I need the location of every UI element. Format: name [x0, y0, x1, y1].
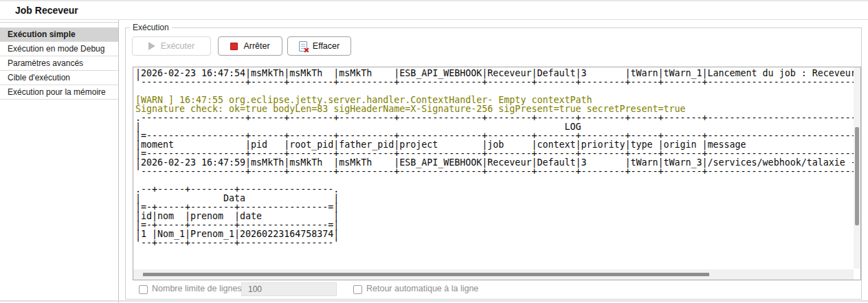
line-limit-input[interactable]	[241, 282, 337, 296]
execute-button[interactable]: Exécuter	[132, 36, 211, 56]
line-limit-checkbox[interactable]	[139, 285, 148, 294]
console-line: '-------------------+------+--------+---…	[135, 167, 860, 176]
stop-button[interactable]: Arrêter	[218, 36, 282, 56]
bottom-border-band	[0, 300, 868, 302]
horizontal-scrollbar[interactable]	[133, 269, 854, 280]
sidebar-item[interactable]: Cible d'exécution	[0, 71, 118, 85]
line-limit-label: Nombre limite de lignes	[152, 284, 242, 293]
horizontal-scrollbar-thumb[interactable]	[143, 273, 709, 276]
wrap-label: Retour automatique à la ligne	[366, 284, 478, 293]
stop-button-label: Arrêter	[243, 41, 269, 51]
sidebar-item[interactable]: Exécution simple	[0, 27, 118, 42]
sidebar-item[interactable]: Paramètres avancés	[0, 56, 118, 71]
stop-icon	[230, 43, 238, 50]
red-x-icon	[304, 47, 309, 53]
wrap-checkbox[interactable]	[353, 285, 362, 294]
clear-button-label: Effacer	[313, 41, 340, 51]
sidebar-item[interactable]: Exécution pour la mémoire	[0, 85, 118, 100]
sidebar: Exécution simpleExécution en mode DebugP…	[0, 20, 119, 303]
title-separator	[0, 19, 868, 20]
clear-button[interactable]: Effacer	[287, 36, 351, 56]
console-output[interactable]: |2026-02-23 16:47:54|msMkTh|msMkTh |msMk…	[133, 67, 861, 280]
sidebar-item[interactable]: Exécution en mode Debug	[0, 42, 118, 56]
vertical-scrollbar[interactable]	[854, 67, 860, 269]
execution-group-legend: Exécution	[130, 23, 172, 32]
sidebar-list: Exécution simpleExécution en mode DebugP…	[0, 27, 118, 100]
title-bar: Job Receveur	[0, 1, 868, 19]
page-title: Job Receveur	[15, 5, 78, 16]
vertical-scrollbar-thumb[interactable]	[855, 127, 859, 225]
sidebar-top-line	[0, 22, 118, 23]
console-line: '--+-----+--------+-----------------'	[135, 238, 860, 247]
console-line: '-------------------+------+--------+---…	[135, 78, 860, 87]
clear-document-icon	[299, 41, 307, 52]
execute-button-label: Exécuter	[161, 41, 194, 51]
play-icon	[148, 42, 155, 50]
